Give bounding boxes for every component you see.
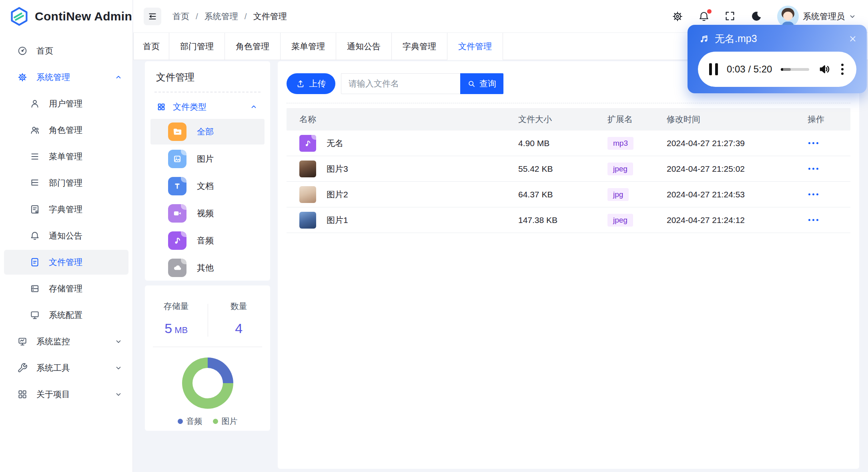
sidebar-item-menu-management[interactable]: 菜单管理 [4, 144, 128, 169]
tab-file-management[interactable]: 文件管理 [447, 33, 503, 60]
upload-label: 上传 [309, 78, 326, 89]
tab-dictionary[interactable]: 字典管理 [392, 33, 447, 60]
upload-button[interactable]: 上传 [287, 73, 335, 94]
sidebar-item-label: 菜单管理 [49, 151, 82, 162]
tab-menu[interactable]: 菜单管理 [281, 33, 336, 60]
file-type-label: 视频 [197, 208, 214, 219]
filename-search-input[interactable] [341, 73, 460, 94]
pause-icon[interactable] [709, 63, 718, 75]
row-more-actions-icon[interactable] [808, 165, 850, 172]
file-type-other[interactable]: 其他 [150, 255, 265, 281]
donut-chart [182, 358, 233, 409]
sidebar-item-system-management[interactable]: 系统管理 [4, 65, 128, 90]
sidebar-item-dictionary-management[interactable]: 字典管理 [4, 197, 128, 222]
user-name: 系统管理员 [803, 11, 845, 22]
legend-image[interactable]: 图片 [213, 416, 238, 427]
sidebar-item-user-management[interactable]: 用户管理 [4, 91, 128, 116]
sidebar-item-storage-management[interactable]: 存储管理 [4, 276, 128, 301]
more-options-icon[interactable] [840, 62, 845, 76]
notification-badge [707, 9, 712, 14]
file-type-label: 全部 [197, 126, 214, 137]
document-file-icon [168, 177, 186, 195]
file-type-document[interactable]: 文档 [150, 173, 265, 199]
volume-icon[interactable] [818, 63, 831, 76]
file-type-video[interactable]: 视频 [150, 201, 265, 226]
audio-file-thumbnail [299, 135, 316, 152]
bell-icon [30, 231, 40, 241]
user-menu[interactable]: 系统管理员 [777, 6, 856, 27]
table-row[interactable]: 图片3 55.42 KB jpeg 2024-04-27 21:25:02 [287, 156, 850, 182]
chevron-down-icon [115, 338, 122, 345]
app-logo: ContiNew Admin [0, 0, 132, 33]
file-type-group-label: 文件类型 [173, 101, 206, 112]
table-row[interactable]: 无名 4.90 MB mp3 2024-04-27 21:27:39 [287, 131, 850, 156]
image-file-icon [168, 150, 186, 168]
image-thumbnail [299, 212, 316, 229]
row-more-actions-icon[interactable] [808, 191, 850, 198]
sidebar-item-about-project[interactable]: 关于项目 [4, 382, 128, 407]
user-icon [30, 98, 40, 109]
sidebar-item-notice-management[interactable]: 通知公告 [4, 223, 128, 248]
file-type-all[interactable]: 全部 [150, 119, 265, 145]
sidebar-item-label: 字典管理 [49, 204, 82, 215]
legend-audio[interactable]: 音频 [178, 416, 202, 427]
monitor-icon [30, 310, 40, 320]
sidebar-item-file-management[interactable]: 文件管理 [4, 250, 128, 275]
file-type-label: 音频 [197, 235, 214, 246]
sidebar-collapse-button[interactable] [144, 8, 161, 25]
collapse-sidebar-icon [147, 11, 158, 22]
tab-role[interactable]: 角色管理 [225, 33, 281, 60]
table-row[interactable]: 图片1 147.38 KB jpeg 2024-04-27 21:24:12 [287, 207, 850, 233]
sidebar-item-system-config[interactable]: 系统配置 [4, 303, 128, 327]
sidebar-item-label: 系统管理 [36, 72, 70, 83]
sidebar-item-label: 通知公告 [49, 230, 82, 241]
settings-gear-icon[interactable] [672, 10, 684, 22]
file-type-label: 其他 [197, 262, 214, 273]
file-size: 64.37 KB [518, 190, 607, 199]
tab-home[interactable]: 首页 [133, 33, 169, 60]
chevron-down-icon [849, 13, 856, 20]
query-button[interactable]: 查询 [460, 73, 503, 94]
column-name: 名称 [287, 114, 518, 125]
breadcrumb-system[interactable]: 系统管理 [204, 11, 238, 22]
breadcrumb-separator: / [196, 12, 198, 21]
storage-unit: MB [174, 325, 188, 335]
chevron-up-icon [115, 74, 122, 81]
sidebar-item-home[interactable]: 首页 [4, 38, 128, 63]
count-label: 数量 [208, 301, 271, 312]
table-row[interactable]: 图片2 64.37 KB jpg 2024-04-27 21:24:53 [287, 182, 850, 207]
grid-icon [17, 389, 28, 400]
sidebar-item-system-monitor[interactable]: 系统监控 [4, 329, 128, 354]
sidebar-menu: 首页 系统管理 [0, 33, 132, 414]
file-type-audio[interactable]: 音频 [150, 228, 265, 253]
file-type-group[interactable]: 文件类型 [154, 96, 261, 117]
file-size: 147.38 KB [518, 215, 607, 225]
row-more-actions-icon[interactable] [808, 217, 850, 223]
sidebar-item-system-tools[interactable]: 系统工具 [4, 356, 128, 380]
file-type-list: 全部 图片 [150, 119, 265, 281]
dictionary-icon [30, 204, 40, 215]
storage-stat: 存储量 5MB [145, 301, 208, 336]
sidebar-item-department-management[interactable]: 部门管理 [4, 171, 128, 195]
content-area: 文件管理 文件类型 [133, 60, 868, 472]
file-name: 无名 [327, 138, 343, 149]
chart-legend: 音频 图片 [178, 416, 238, 427]
query-label: 查询 [479, 78, 496, 89]
file-type-image[interactable]: 图片 [150, 146, 265, 172]
player-track-title: 无名.mp3 [715, 32, 757, 45]
close-icon[interactable] [848, 34, 857, 43]
fullscreen-icon[interactable] [724, 10, 736, 22]
legend-dot [213, 419, 218, 424]
breadcrumb-separator: / [245, 12, 247, 21]
row-more-actions-icon[interactable] [808, 140, 850, 147]
tab-notice[interactable]: 通知公告 [336, 33, 392, 60]
tab-department[interactable]: 部门管理 [169, 33, 225, 60]
seek-bar[interactable] [781, 68, 809, 71]
file-time: 2024-04-27 21:27:39 [667, 139, 808, 148]
sidebar-item-label: 部门管理 [49, 177, 82, 189]
notification-bell-icon[interactable] [698, 10, 710, 22]
count-stat: 数量 4 [208, 301, 271, 336]
dark-mode-moon-icon[interactable] [751, 10, 763, 22]
sidebar-item-role-management[interactable]: 角色管理 [4, 118, 128, 143]
breadcrumb-home[interactable]: 首页 [172, 11, 189, 22]
